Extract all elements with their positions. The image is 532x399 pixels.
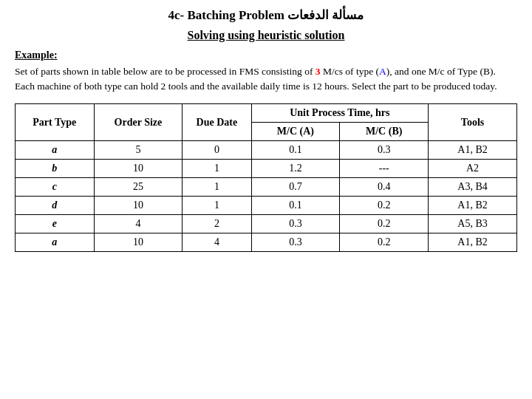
cell-tools: A1, B2 [429, 233, 517, 252]
col-header-mc-a: M/C (A) [251, 123, 340, 141]
page: 4c- Batching Problem مسألة الدفعات Solvi… [0, 0, 532, 399]
cell-due-date: 0 [183, 141, 251, 160]
cell-part-type: a [16, 141, 95, 160]
subtitle: Solving using heuristic solution [15, 29, 517, 42]
header-title: 4c- Batching Problem مسألة الدفعات [168, 8, 364, 22]
col-header-tools: Tools [429, 104, 517, 141]
cell-due-date: 1 [183, 160, 251, 178]
col-header-mc-b: M/C (B) [340, 123, 429, 141]
cell-mc-a: 0.7 [251, 178, 340, 197]
cell-mc-b: 0.4 [340, 178, 429, 197]
cell-order-size: 4 [94, 215, 183, 233]
cell-due-date: 1 [183, 178, 251, 197]
cell-order-size: 10 [94, 160, 183, 178]
cell-tools: A2 [429, 160, 517, 178]
table-row: c 25 1 0.7 0.4 A3, B4 [16, 178, 517, 197]
cell-tools: A3, B4 [429, 178, 517, 197]
page-title: 4c- Batching Problem مسألة الدفعات [15, 7, 517, 23]
col-header-due-date: Due Date [183, 104, 251, 141]
cell-mc-a: 0.1 [251, 141, 340, 160]
cell-tools: A1, B2 [429, 197, 517, 215]
cell-due-date: 4 [183, 233, 251, 252]
cell-mc-a: 0.3 [251, 215, 340, 233]
cell-tools: A5, B3 [429, 215, 517, 233]
cell-part-type: d [16, 197, 95, 215]
cell-tools: A1, B2 [429, 141, 517, 160]
table-row: a 10 4 0.3 0.2 A1, B2 [16, 233, 517, 252]
example-description: Set of parts shown in table below are to… [15, 64, 517, 93]
cell-mc-b: 0.3 [340, 141, 429, 160]
cell-part-type: b [16, 160, 95, 178]
col-header-part-type: Part Type [16, 104, 95, 141]
cell-order-size: 25 [94, 178, 183, 197]
cell-mc-a: 0.3 [251, 233, 340, 252]
col-header-unit-process-time: Unit Process Time, hrs [251, 104, 429, 123]
cell-order-size: 10 [94, 197, 183, 215]
cell-part-type: a [16, 233, 95, 252]
cell-mc-a: 0.1 [251, 197, 340, 215]
example-label-text: Example: [15, 50, 58, 61]
table-row: a 5 0 0.1 0.3 A1, B2 [16, 141, 517, 160]
cell-mc-b: 0.2 [340, 233, 429, 252]
cell-part-type: e [16, 215, 95, 233]
cell-order-size: 5 [94, 141, 183, 160]
cell-order-size: 10 [94, 233, 183, 252]
cell-mc-b: 0.2 [340, 197, 429, 215]
highlight-red-3: 3 [316, 66, 321, 77]
example-label: Example: [15, 50, 517, 61]
data-table: Part Type Order Size Due Date Unit Proce… [15, 103, 517, 252]
highlight-blue-a: A [379, 66, 386, 77]
table-row: e 4 2 0.3 0.2 A5, B3 [16, 215, 517, 233]
table-row: d 10 1 0.1 0.2 A1, B2 [16, 197, 517, 215]
table-row: b 10 1 1.2 --- A2 [16, 160, 517, 178]
cell-due-date: 2 [183, 215, 251, 233]
col-header-order-size: Order Size [94, 104, 183, 141]
cell-due-date: 1 [183, 197, 251, 215]
cell-mc-b: 0.2 [340, 215, 429, 233]
cell-part-type: c [16, 178, 95, 197]
cell-mc-b: --- [340, 160, 429, 178]
subtitle-text: Solving using heuristic solution [188, 29, 345, 41]
cell-mc-a: 1.2 [251, 160, 340, 178]
